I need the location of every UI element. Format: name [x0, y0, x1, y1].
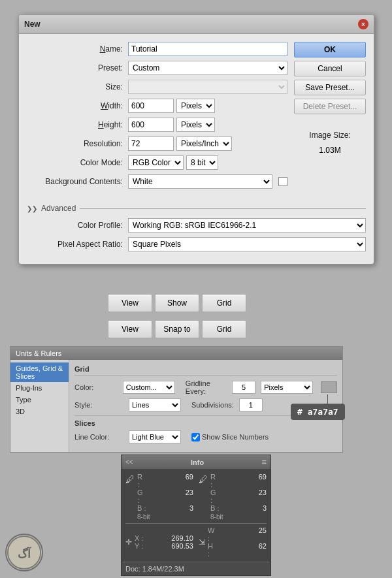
- info-eyedropper-row: 🖊 R : 69 G : 23 B : 3 8-bit: [125, 473, 267, 521]
- bg-contents-group: White: [128, 174, 287, 189]
- preset-row: Preset: Custom: [27, 61, 287, 75]
- bg-contents-label: Background Contents:: [27, 177, 128, 186]
- info-footer: Doc: 1.84M/22.3M: [122, 562, 270, 575]
- info-b2: B : 3: [210, 504, 267, 512]
- info-y: Y : 690.53: [135, 542, 193, 550]
- info-menu-icon[interactable]: ≡: [261, 457, 267, 467]
- sidebar-item-guides[interactable]: Guides, Grid & Slices: [10, 362, 69, 382]
- snap-to-button[interactable]: Snap to: [155, 320, 199, 338]
- view-button-1[interactable]: View: [108, 294, 152, 312]
- dialog-body: Name: Preset: Custom Size: Width:: [19, 34, 374, 201]
- resolution-input[interactable]: [128, 136, 174, 151]
- color-bit-select[interactable]: 8 bit: [186, 155, 218, 170]
- info-coord-row: ✛ X : 269.10 Y : 690.53 ⇲ W :: [125, 526, 267, 558]
- info-body: 🖊 R : 69 G : 23 B : 3 8-bit: [122, 469, 270, 562]
- eyedropper-1-icon: 🖊: [125, 474, 135, 485]
- bg-contents-select[interactable]: White: [128, 174, 272, 189]
- color-mode-row: Color Mode: RGB Color 8 bit: [27, 155, 287, 170]
- width-group: Pixels: [128, 99, 287, 113]
- advanced-chevron-icon[interactable]: ❯❯: [27, 205, 37, 212]
- doc-size-label: Doc: 1.84M/22.3M: [125, 565, 184, 573]
- bg-contents-row: Background Contents: White: [27, 174, 287, 189]
- eyedropper-2-icon: 🖊: [199, 474, 208, 485]
- image-size-label: Image Size:: [294, 131, 366, 140]
- dialog-title: New: [24, 20, 41, 29]
- dialog-form: Name: Preset: Custom Size: Width:: [27, 42, 287, 193]
- ok-button[interactable]: OK: [294, 42, 366, 57]
- grid-color-row: Color: Custom... Gridline Every: Pixels: [74, 379, 337, 395]
- button-row-2: View Snap to Grid: [108, 320, 246, 338]
- resolution-label: Resolution:: [27, 139, 128, 148]
- save-preset-button[interactable]: Save Preset...: [294, 80, 366, 95]
- close-button[interactable]: ×: [358, 19, 368, 29]
- info-g1: G : 23: [137, 489, 193, 504]
- info-divider: [125, 523, 267, 524]
- bg-checkbox[interactable]: [278, 177, 287, 186]
- slices-section-title: Slices: [74, 419, 337, 427]
- resolution-group: Pixels/Inch: [128, 136, 287, 151]
- color-mode-select[interactable]: RGB Color: [128, 155, 184, 170]
- info-w: W : 25: [208, 526, 267, 542]
- width-input[interactable]: [128, 99, 174, 113]
- grid-color-swatch: [321, 381, 337, 393]
- info-xy-vals: X : 269.10 Y : 690.53: [135, 534, 193, 550]
- advanced-section: ❯❯ Advanced Color Profile: Working RGB: …: [19, 204, 374, 261]
- info-values-2: R : 69 G : 23 B : 3 8-bit: [210, 473, 267, 521]
- grid-style-label: Style:: [74, 401, 123, 409]
- color-mode-group: RGB Color 8 bit: [128, 155, 287, 170]
- color-profile-select[interactable]: Working RGB: sRGB IEC61966-2.1: [128, 218, 366, 233]
- preset-label: Preset:: [27, 63, 128, 72]
- size-select[interactable]: [128, 80, 287, 94]
- gridline-unit-select[interactable]: Pixels: [261, 381, 313, 394]
- crosshair-icon: ✛: [125, 538, 132, 547]
- preset-select[interactable]: Custom: [128, 61, 287, 75]
- new-document-dialog: New × Name: Preset: Custom Size:: [18, 14, 374, 265]
- info-eyedropper-2: 🖊 R : 69 G : 23 B : 3 8-bit: [199, 473, 267, 521]
- watermark: آگ: [5, 534, 44, 573]
- name-input[interactable]: [128, 42, 287, 56]
- info-g2: G : 23: [210, 489, 267, 504]
- info-eyedropper-1: 🖊 R : 69 G : 23 B : 3 8-bit: [125, 473, 193, 521]
- color-annotation: # a7a7a7: [291, 404, 345, 420]
- info-wh-group: ⇲ W : 25 H : 62: [199, 526, 267, 558]
- height-group: Pixels: [128, 118, 287, 132]
- height-unit-select[interactable]: Pixels: [176, 118, 215, 132]
- sidebar-item-3d[interactable]: 3D: [10, 406, 69, 417]
- grid-color-select[interactable]: Custom...: [123, 381, 175, 394]
- name-row: Name:: [27, 42, 287, 56]
- name-label: Name:: [27, 44, 128, 54]
- width-unit-select[interactable]: Pixels: [176, 99, 215, 113]
- sidebar-item-type[interactable]: Type: [10, 394, 69, 406]
- sidebar-item-plugins[interactable]: Plug-Ins: [10, 382, 69, 394]
- watermark-circle: آگ: [5, 534, 43, 571]
- button-row-1: View Show Grid: [108, 294, 246, 312]
- info-bit-2: 8-bit: [210, 513, 267, 521]
- pixel-aspect-row: Pixel Aspect Ratio: Square Pixels: [27, 237, 366, 251]
- show-numbers-checkbox[interactable]: [191, 433, 200, 442]
- view-button-2[interactable]: View: [108, 320, 152, 338]
- line-color-select[interactable]: Light Blue: [129, 430, 181, 443]
- info-panel: << Info ≡ 🖊 R : 69 G : 23 B :: [121, 455, 271, 576]
- info-bit-1: 8-bit: [137, 513, 193, 521]
- subdivisions-input[interactable]: [239, 398, 263, 411]
- dialog-titlebar: New ×: [19, 15, 374, 34]
- pixel-aspect-label: Pixel Aspect Ratio:: [27, 240, 128, 249]
- height-row: Height: Pixels: [27, 118, 287, 132]
- gridline-value-input[interactable]: [232, 381, 255, 394]
- info-wh-vals: W : 25 H : 62: [208, 526, 267, 558]
- grid-button-2[interactable]: Grid: [202, 320, 246, 338]
- cancel-button[interactable]: Cancel: [294, 61, 366, 76]
- grid-button-1[interactable]: Grid: [202, 294, 246, 312]
- info-values-1: R : 69 G : 23 B : 3 8-bit: [137, 473, 193, 521]
- slices-row: Line Color: Light Blue Show Slice Number…: [74, 430, 337, 443]
- info-collapse-label[interactable]: <<: [125, 458, 133, 466]
- pixel-aspect-select[interactable]: Square Pixels: [128, 237, 366, 251]
- advanced-divider: [80, 208, 366, 209]
- height-input[interactable]: [128, 118, 174, 132]
- resolution-row: Resolution: Pixels/Inch: [27, 136, 287, 151]
- info-titlebar: << Info ≡: [122, 455, 270, 469]
- show-button[interactable]: Show: [155, 294, 199, 312]
- delete-preset-button: Delete Preset...: [294, 99, 366, 114]
- grid-style-select[interactable]: Lines: [129, 398, 181, 411]
- resolution-unit-select[interactable]: Pixels/Inch: [176, 136, 232, 151]
